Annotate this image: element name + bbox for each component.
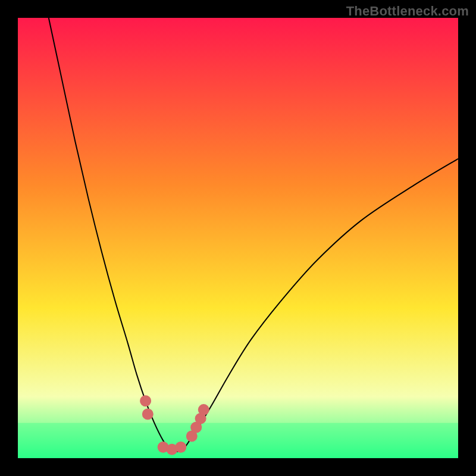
green-band <box>18 423 458 458</box>
watermark-text: TheBottleneck.com <box>346 4 469 19</box>
gradient-background <box>18 18 458 458</box>
plot-area <box>18 18 458 458</box>
chart-frame: TheBottleneck.com <box>0 0 476 476</box>
svg-rect-0 <box>18 423 458 458</box>
curve-marker <box>142 409 154 420</box>
bottleneck-chart <box>18 18 458 458</box>
curve-marker <box>140 395 151 406</box>
curve-marker <box>175 441 186 453</box>
curve-marker <box>198 404 209 415</box>
